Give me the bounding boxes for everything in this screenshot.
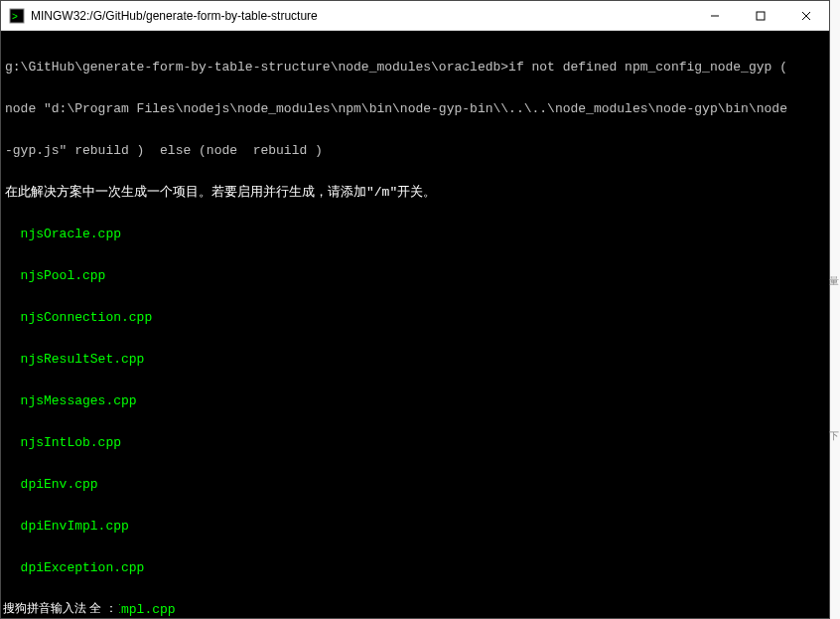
terminal-body[interactable]: g:\GitHub\generate-form-by-table-structu…	[1, 31, 829, 618]
maximize-button[interactable]	[738, 1, 783, 30]
compile-file: njsOracle.cpp	[5, 228, 825, 241]
compile-file: njsPool.cpp	[5, 269, 825, 283]
close-button[interactable]	[783, 1, 829, 30]
compile-file: njsConnection.cpp	[5, 311, 825, 325]
compile-file: njsIntLob.cpp	[5, 436, 825, 450]
app-icon: >	[9, 8, 25, 24]
compile-file: dpiException.cpp	[5, 561, 825, 575]
edge-char: 下	[829, 429, 839, 443]
prompt-line: node "d:\Program Files\nodejs\node_modul…	[5, 102, 825, 116]
svg-rect-3	[757, 12, 765, 20]
ime-status[interactable]: 搜狗拼音输入法 全 ：	[1, 600, 119, 616]
window-controls	[692, 1, 829, 30]
compile-file: dpiEnvImpl.cpp	[5, 520, 825, 534]
page-edge: 量 下	[830, 0, 840, 619]
titlebar[interactable]: > MINGW32:/G/GitHub/generate-form-by-tab…	[1, 1, 829, 31]
compile-file: dpiEnv.cpp	[5, 478, 825, 492]
edge-char: 量	[829, 274, 839, 288]
terminal-window: > MINGW32:/G/GitHub/generate-form-by-tab…	[0, 0, 830, 619]
prompt-line: g:\GitHub\generate-form-by-table-structu…	[5, 61, 825, 75]
prompt-line: -gyp.js" rebuild ) else (node rebuild )	[5, 144, 825, 158]
minimize-button[interactable]	[692, 1, 738, 30]
compile-file: njsResultSet.cpp	[5, 353, 825, 367]
compile-file: dpiExceptionImpl.cpp	[5, 603, 825, 617]
build-msg: 在此解决方案中一次生成一个项目。若要启用并行生成，请添加"/m"开关。	[5, 186, 825, 200]
svg-text:>: >	[12, 11, 18, 22]
window-title: MINGW32:/G/GitHub/generate-form-by-table…	[31, 9, 692, 23]
compile-file: njsMessages.cpp	[5, 394, 825, 408]
